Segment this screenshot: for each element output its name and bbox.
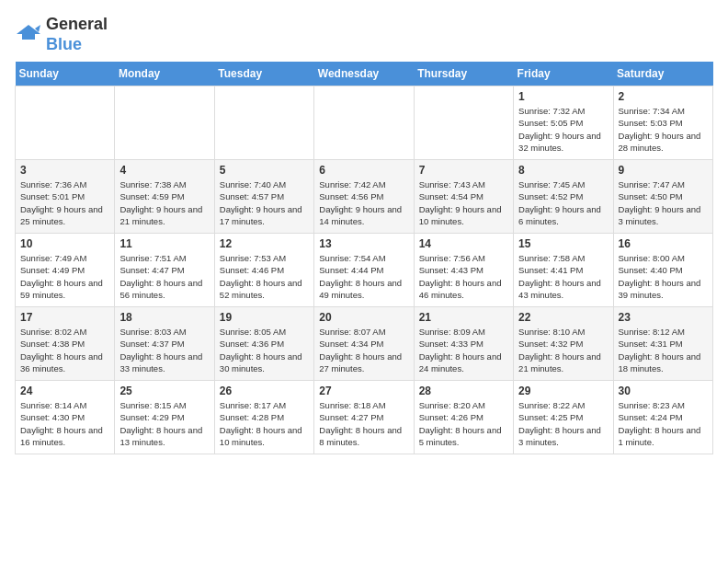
- day-number: 21: [419, 311, 508, 324]
- calendar-cell: 27Sunrise: 8:18 AM Sunset: 4:27 PM Dayli…: [314, 381, 414, 454]
- calendar-cell: 19Sunrise: 8:05 AM Sunset: 4:36 PM Dayli…: [214, 307, 313, 381]
- day-info: Sunrise: 7:40 AM Sunset: 4:57 PM Dayligh…: [220, 178, 309, 227]
- day-number: 10: [20, 237, 109, 250]
- day-info: Sunrise: 7:54 AM Sunset: 4:44 PM Dayligh…: [319, 252, 408, 301]
- day-number: 19: [220, 311, 309, 324]
- day-info: Sunrise: 7:53 AM Sunset: 4:46 PM Dayligh…: [220, 252, 309, 301]
- calendar-header-row: SundayMondayTuesdayWednesdayThursdayFrid…: [16, 62, 713, 86]
- calendar-cell: 1Sunrise: 7:32 AM Sunset: 5:05 PM Daylig…: [514, 86, 613, 160]
- day-number: 27: [319, 385, 408, 397]
- day-number: 20: [319, 311, 408, 324]
- calendar-cell: 15Sunrise: 7:58 AM Sunset: 4:41 PM Dayli…: [514, 234, 613, 307]
- day-number: 14: [419, 237, 508, 250]
- day-info: Sunrise: 8:05 AM Sunset: 4:36 PM Dayligh…: [220, 326, 309, 374]
- day-info: Sunrise: 8:02 AM Sunset: 4:38 PM Dayligh…: [20, 326, 109, 374]
- day-number: 8: [518, 164, 608, 177]
- day-info: Sunrise: 8:00 AM Sunset: 4:40 PM Dayligh…: [619, 252, 708, 301]
- day-info: Sunrise: 7:38 AM Sunset: 4:59 PM Dayligh…: [119, 178, 209, 227]
- calendar-week-row: 3Sunrise: 7:36 AM Sunset: 5:01 PM Daylig…: [16, 160, 713, 234]
- day-info: Sunrise: 8:09 AM Sunset: 4:33 PM Dayligh…: [419, 326, 508, 374]
- calendar-cell: 20Sunrise: 8:07 AM Sunset: 4:34 PM Dayli…: [314, 307, 414, 381]
- calendar-cell: 7Sunrise: 7:43 AM Sunset: 4:54 PM Daylig…: [414, 160, 513, 234]
- calendar-cell: 25Sunrise: 8:15 AM Sunset: 4:29 PM Dayli…: [115, 381, 214, 454]
- day-header-thursday: Thursday: [414, 62, 513, 86]
- svg-marker-0: [17, 25, 40, 40]
- day-info: Sunrise: 8:10 AM Sunset: 4:32 PM Dayligh…: [518, 326, 608, 374]
- day-number: 9: [619, 164, 708, 177]
- day-info: Sunrise: 8:23 AM Sunset: 4:24 PM Dayligh…: [619, 399, 708, 448]
- calendar-cell: 22Sunrise: 8:10 AM Sunset: 4:32 PM Dayli…: [514, 307, 613, 381]
- day-info: Sunrise: 8:17 AM Sunset: 4:28 PM Dayligh…: [220, 399, 309, 448]
- calendar-cell: 17Sunrise: 8:02 AM Sunset: 4:38 PM Dayli…: [16, 307, 115, 381]
- day-info: Sunrise: 7:43 AM Sunset: 4:54 PM Dayligh…: [419, 178, 508, 227]
- calendar-cell: [16, 86, 115, 160]
- day-number: 13: [319, 237, 408, 250]
- day-number: 2: [619, 90, 708, 103]
- day-number: 23: [619, 311, 708, 324]
- day-header-sunday: Sunday: [16, 62, 115, 86]
- day-header-friday: Friday: [514, 62, 613, 86]
- calendar-week-row: 17Sunrise: 8:02 AM Sunset: 4:38 PM Dayli…: [16, 307, 713, 381]
- day-info: Sunrise: 8:18 AM Sunset: 4:27 PM Dayligh…: [319, 399, 408, 448]
- calendar-cell: 10Sunrise: 7:49 AM Sunset: 4:49 PM Dayli…: [16, 234, 115, 307]
- day-info: Sunrise: 7:51 AM Sunset: 4:47 PM Dayligh…: [119, 252, 209, 301]
- calendar-cell: 29Sunrise: 8:22 AM Sunset: 4:25 PM Dayli…: [514, 381, 613, 454]
- calendar-cell: 21Sunrise: 8:09 AM Sunset: 4:33 PM Dayli…: [414, 307, 513, 381]
- calendar-cell: 18Sunrise: 8:03 AM Sunset: 4:37 PM Dayli…: [115, 307, 214, 381]
- calendar-cell: [314, 86, 414, 160]
- day-info: Sunrise: 8:22 AM Sunset: 4:25 PM Dayligh…: [518, 399, 608, 448]
- day-header-saturday: Saturday: [613, 62, 712, 86]
- day-number: 1: [518, 90, 608, 103]
- day-header-monday: Monday: [115, 62, 214, 86]
- day-number: 15: [518, 237, 608, 250]
- day-header-wednesday: Wednesday: [314, 62, 414, 86]
- calendar-table: SundayMondayTuesdayWednesdayThursdayFrid…: [15, 62, 713, 454]
- calendar-cell: 30Sunrise: 8:23 AM Sunset: 4:24 PM Dayli…: [613, 381, 712, 454]
- day-header-tuesday: Tuesday: [214, 62, 313, 86]
- calendar-week-row: 24Sunrise: 8:14 AM Sunset: 4:30 PM Dayli…: [16, 381, 713, 454]
- calendar-cell: 24Sunrise: 8:14 AM Sunset: 4:30 PM Dayli…: [16, 381, 115, 454]
- day-info: Sunrise: 8:03 AM Sunset: 4:37 PM Dayligh…: [119, 326, 209, 374]
- day-info: Sunrise: 7:42 AM Sunset: 4:56 PM Dayligh…: [319, 178, 408, 227]
- day-info: Sunrise: 8:14 AM Sunset: 4:30 PM Dayligh…: [20, 399, 109, 448]
- day-info: Sunrise: 7:47 AM Sunset: 4:50 PM Dayligh…: [619, 178, 708, 227]
- day-number: 6: [319, 164, 408, 177]
- calendar-cell: 9Sunrise: 7:47 AM Sunset: 4:50 PM Daylig…: [613, 160, 712, 234]
- day-number: 4: [119, 164, 209, 177]
- calendar-cell: 5Sunrise: 7:40 AM Sunset: 4:57 PM Daylig…: [214, 160, 313, 234]
- calendar-cell: 26Sunrise: 8:17 AM Sunset: 4:28 PM Dayli…: [214, 381, 313, 454]
- day-info: Sunrise: 8:12 AM Sunset: 4:31 PM Dayligh…: [619, 326, 708, 374]
- day-number: 29: [518, 385, 608, 397]
- day-info: Sunrise: 8:20 AM Sunset: 4:26 PM Dayligh…: [419, 399, 508, 448]
- calendar-cell: 11Sunrise: 7:51 AM Sunset: 4:47 PM Dayli…: [115, 234, 214, 307]
- logo-text: General Blue: [46, 15, 108, 54]
- day-number: 7: [419, 164, 508, 177]
- page-header: General Blue: [15, 15, 713, 54]
- calendar-cell: 16Sunrise: 8:00 AM Sunset: 4:40 PM Dayli…: [613, 234, 712, 307]
- calendar-week-row: 10Sunrise: 7:49 AM Sunset: 4:49 PM Dayli…: [16, 234, 713, 307]
- calendar-cell: [214, 86, 313, 160]
- calendar-cell: 2Sunrise: 7:34 AM Sunset: 5:03 PM Daylig…: [613, 86, 712, 160]
- day-number: 26: [220, 385, 309, 397]
- calendar-cell: 14Sunrise: 7:56 AM Sunset: 4:43 PM Dayli…: [414, 234, 513, 307]
- day-info: Sunrise: 7:32 AM Sunset: 5:05 PM Dayligh…: [518, 105, 608, 154]
- calendar-cell: [115, 86, 214, 160]
- day-info: Sunrise: 7:58 AM Sunset: 4:41 PM Dayligh…: [518, 252, 608, 301]
- calendar-cell: 6Sunrise: 7:42 AM Sunset: 4:56 PM Daylig…: [314, 160, 414, 234]
- calendar-cell: 13Sunrise: 7:54 AM Sunset: 4:44 PM Dayli…: [314, 234, 414, 307]
- calendar-cell: 4Sunrise: 7:38 AM Sunset: 4:59 PM Daylig…: [115, 160, 214, 234]
- day-number: 30: [619, 385, 708, 397]
- day-number: 17: [20, 311, 109, 324]
- day-info: Sunrise: 7:45 AM Sunset: 4:52 PM Dayligh…: [518, 178, 608, 227]
- calendar-cell: 12Sunrise: 7:53 AM Sunset: 4:46 PM Dayli…: [214, 234, 313, 307]
- day-number: 24: [20, 385, 109, 397]
- calendar-cell: [414, 86, 513, 160]
- logo: General Blue: [15, 15, 108, 54]
- day-number: 22: [518, 311, 608, 324]
- day-number: 28: [419, 385, 508, 397]
- calendar-cell: 8Sunrise: 7:45 AM Sunset: 4:52 PM Daylig…: [514, 160, 613, 234]
- day-info: Sunrise: 8:07 AM Sunset: 4:34 PM Dayligh…: [319, 326, 408, 374]
- day-number: 3: [20, 164, 109, 177]
- day-number: 5: [220, 164, 309, 177]
- day-number: 11: [119, 237, 209, 250]
